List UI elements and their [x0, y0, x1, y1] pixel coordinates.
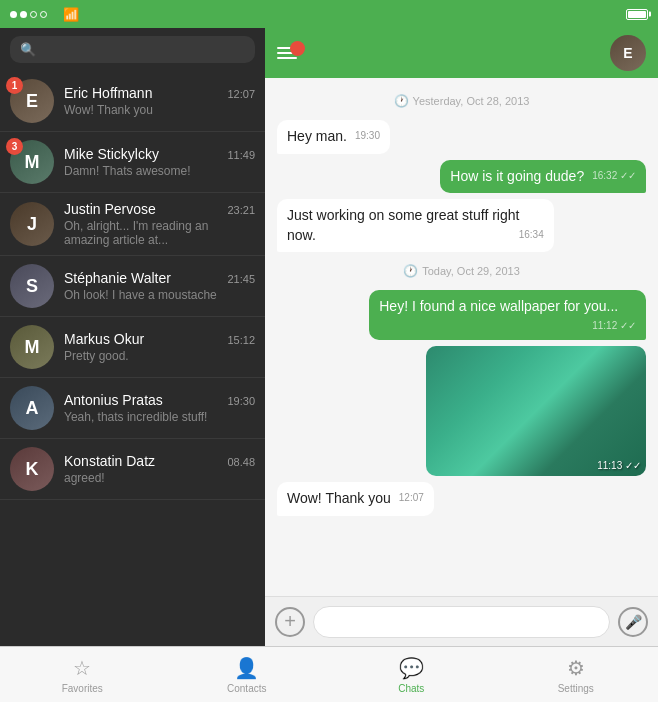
- menu-line-3: [277, 57, 297, 59]
- chat-info: Markus Okur15:12Pretty good.: [64, 331, 255, 363]
- signal-dot-3: [30, 11, 37, 18]
- chat-time: 11:49: [227, 149, 255, 161]
- chat-preview: Yeah, thats incredible stuff!: [64, 410, 255, 424]
- chat-item[interactable]: JJustin Pervose23:21Oh, alright... I'm r…: [0, 193, 265, 256]
- avatar: A: [10, 386, 54, 430]
- messages-area: 🕐Yesterday, Oct 28, 2013Hey man.19:30How…: [265, 78, 658, 596]
- message-row: Hey! I found a nice wallpaper for you...…: [277, 290, 646, 340]
- avatar: K: [10, 447, 54, 491]
- chat-item[interactable]: MMarkus Okur15:12Pretty good.: [0, 317, 265, 378]
- chat-item[interactable]: E1Eric Hoffmann12:07Wow! Thank you: [0, 71, 265, 132]
- search-icon: 🔍: [20, 42, 36, 57]
- message-input[interactable]: [313, 606, 610, 638]
- main-area: 🔍 E1Eric Hoffmann12:07Wow! Thank youM3Mi…: [0, 28, 658, 646]
- avatar-wrap: M: [10, 325, 54, 369]
- clock-icon: 🕐: [394, 94, 409, 108]
- chat-name: Justin Pervose: [64, 201, 156, 217]
- image-placeholder: 11:13 ✓✓: [426, 346, 646, 476]
- message-text: Hey! I found a nice wallpaper for you...: [379, 298, 618, 314]
- message-text: Just working on some great stuff right n…: [287, 207, 519, 243]
- message-time: 11:12 ✓✓: [592, 319, 636, 333]
- avatar-wrap: K: [10, 447, 54, 491]
- clock-icon: 🕐: [403, 264, 418, 278]
- contacts-tab-label: Contacts: [227, 683, 266, 694]
- chat-name-row: Antonius Pratas19:30: [64, 392, 255, 408]
- battery-fill: [628, 11, 646, 18]
- message-row: 11:13 ✓✓: [277, 346, 646, 476]
- chat-item[interactable]: KKonstatin Datz08.48agreed!: [0, 439, 265, 500]
- tab-item-settings[interactable]: ⚙Settings: [494, 647, 659, 702]
- message-row: How is it going dude?16:32 ✓✓: [277, 160, 646, 194]
- image-bubble: 11:13 ✓✓: [426, 346, 646, 476]
- message-row: Just working on some great stuff right n…: [277, 199, 646, 252]
- chat-name-row: Mike Stickylcky11:49: [64, 146, 255, 162]
- avatar-wrap: J: [10, 202, 54, 246]
- chat-time: 19:30: [227, 395, 255, 407]
- tab-item-favorites[interactable]: ☆Favorites: [0, 647, 165, 702]
- message-bubble: Hey! I found a nice wallpaper for you...…: [369, 290, 646, 340]
- avatar: S: [10, 264, 54, 308]
- bottom-tabs: ☆Favorites👤Contacts💬Chats⚙Settings: [0, 646, 658, 702]
- avatar-wrap: E1: [10, 79, 54, 123]
- search-bar[interactable]: 🔍: [10, 36, 255, 63]
- date-divider: 🕐Yesterday, Oct 28, 2013: [277, 94, 646, 108]
- chat-name: Konstatin Datz: [64, 453, 155, 469]
- message-time: 12:07: [399, 491, 424, 505]
- tab-item-contacts[interactable]: 👤Contacts: [165, 647, 330, 702]
- chat-name-row: Markus Okur15:12: [64, 331, 255, 347]
- header-avatar[interactable]: E: [610, 35, 646, 71]
- date-text: Yesterday, Oct 28, 2013: [413, 95, 530, 107]
- avatar-wrap: M3: [10, 140, 54, 184]
- contacts-tab-icon: 👤: [234, 656, 259, 680]
- chat-name-row: Justin Pervose23:21: [64, 201, 255, 217]
- chat-name-row: Konstatin Datz08.48: [64, 453, 255, 469]
- wifi-icon: 📶: [63, 7, 79, 22]
- message-time: 16:32 ✓✓: [592, 169, 636, 183]
- chat-info: Justin Pervose23:21Oh, alright... I'm re…: [64, 201, 255, 247]
- favorites-tab-icon: ☆: [73, 656, 91, 680]
- chat-preview: Oh, alright... I'm reading an amazing ar…: [64, 219, 255, 247]
- mic-button[interactable]: 🎤: [618, 607, 648, 637]
- chat-list: E1Eric Hoffmann12:07Wow! Thank youM3Mike…: [0, 71, 265, 646]
- chat-item[interactable]: AAntonius Pratas19:30Yeah, thats incredi…: [0, 378, 265, 439]
- chat-preview: Oh look! I have a moustache: [64, 288, 255, 302]
- message-time: 16:34: [519, 228, 544, 242]
- chat-name-row: Eric Hoffmann12:07: [64, 85, 255, 101]
- avatar: J: [10, 202, 54, 246]
- message-bubble: How is it going dude?16:32 ✓✓: [440, 160, 646, 194]
- chat-time: 12:07: [227, 88, 255, 100]
- date-text: Today, Oct 29, 2013: [422, 265, 520, 277]
- message-row: Hey man.19:30: [277, 120, 646, 154]
- chat-header: E: [265, 28, 658, 78]
- chat-name: Eric Hoffmann: [64, 85, 152, 101]
- left-panel: 🔍 E1Eric Hoffmann12:07Wow! Thank youM3Mi…: [0, 28, 265, 646]
- signal-dot-2: [20, 11, 27, 18]
- avatar: M: [10, 325, 54, 369]
- battery-icon: [626, 9, 648, 20]
- chats-tab-label: Chats: [398, 683, 424, 694]
- message-time: 19:30: [355, 129, 380, 143]
- chat-time: 08.48: [227, 456, 255, 468]
- message-bubble: Just working on some great stuff right n…: [277, 199, 554, 252]
- signal-dots: [10, 11, 47, 18]
- tab-item-chats[interactable]: 💬Chats: [329, 647, 494, 702]
- chat-time: 23:21: [227, 204, 255, 216]
- menu-icon-wrap[interactable]: [277, 47, 297, 59]
- input-bar: + 🎤: [265, 596, 658, 646]
- image-time: 11:13 ✓✓: [597, 460, 641, 471]
- chat-name-row: Stéphanie Walter21:45: [64, 270, 255, 286]
- unread-badge: 1: [6, 77, 23, 94]
- chat-item[interactable]: SStéphanie Walter21:45Oh look! I have a …: [0, 256, 265, 317]
- status-right: [622, 9, 648, 20]
- settings-tab-label: Settings: [558, 683, 594, 694]
- chat-name: Mike Stickylcky: [64, 146, 159, 162]
- signal-dot-4: [40, 11, 47, 18]
- chat-info: Mike Stickylcky11:49Damn! Thats awesome!: [64, 146, 255, 178]
- favorites-tab-label: Favorites: [62, 683, 103, 694]
- chat-item[interactable]: M3Mike Stickylcky11:49Damn! Thats awesom…: [0, 132, 265, 193]
- message-bubble: Hey man.19:30: [277, 120, 390, 154]
- add-button[interactable]: +: [275, 607, 305, 637]
- message-text: Wow! Thank you: [287, 490, 391, 506]
- chat-preview: agreed!: [64, 471, 255, 485]
- date-divider: 🕐Today, Oct 29, 2013: [277, 264, 646, 278]
